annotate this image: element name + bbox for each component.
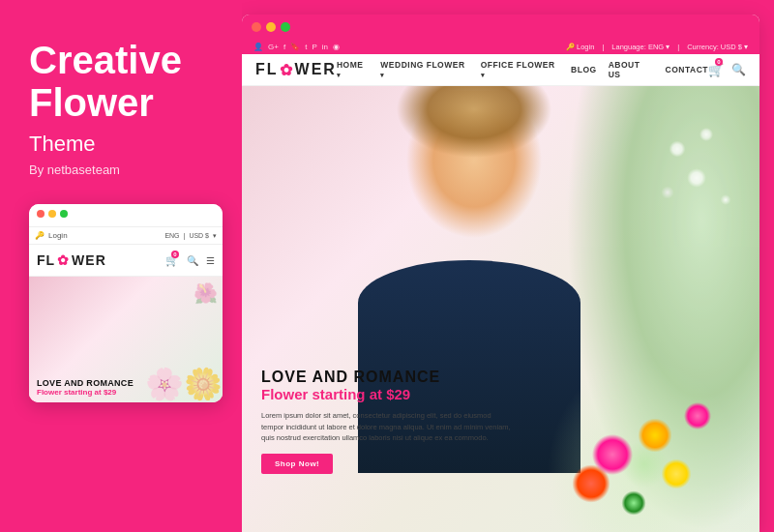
mobile-topbar — [29, 204, 223, 227]
site-logo-flower-icon: ✿ — [280, 61, 294, 79]
social-icon-twitter: t — [305, 43, 307, 51]
site-toolbar: 👤 G+ f 🔖 t P in ◉ 🔑 Login | Language: EN… — [242, 40, 759, 54]
mobile-icons-row: 🛒0 🔍 ☰ — [165, 254, 215, 267]
mobile-menu-icon: ☰ — [206, 255, 215, 266]
hero-description: Lorem ipsum dolor sit amet, consectetur … — [261, 410, 513, 443]
theme-subtitle: Theme — [29, 132, 213, 157]
hero-hair — [392, 86, 556, 163]
left-panel: Creative Flower Theme By netbaseteam 🔑 L… — [0, 0, 242, 532]
browser-chrome — [242, 15, 759, 40]
hero-orchids — [648, 105, 745, 251]
mobile-dot-yellow — [48, 210, 56, 218]
hero-bouquet — [527, 339, 740, 532]
site-hero: LOVE AND ROMANCE Flower starting at $29 … — [242, 86, 759, 532]
nav-link-contact[interactable]: CONTACT — [666, 65, 708, 74]
social-icon-gplus: G+ — [268, 43, 279, 51]
site-nav: FL✿WER HOME WEDDING FLOWER OFFICE FLOWER… — [242, 54, 759, 86]
mobile-toolbar: 🔑 Login ENG | USD $ ▾ — [29, 227, 223, 245]
hero-main-title: LOVE AND ROMANCE — [261, 368, 513, 386]
mobile-separator: | — [184, 232, 186, 239]
browser-dot-3 — [281, 22, 290, 32]
social-icon-bookmark: 🔖 — [290, 43, 300, 51]
mobile-login-text: Login — [48, 231, 68, 240]
mobile-lang: ENG — [164, 232, 179, 239]
social-icon-facebook: f — [283, 43, 285, 51]
toolbar-login: 🔑 Login — [566, 43, 594, 51]
toolbar-separator-2: | — [677, 43, 679, 51]
mobile-hero-text: LOVE AND ROMANCE Flower starting at $29 — [29, 372, 223, 402]
site-nav-icons: 🛒0 🔍 — [708, 63, 746, 77]
nav-link-office[interactable]: OFFICE FLOWER — [481, 60, 559, 79]
hero-shop-button[interactable]: Shop Now! — [261, 454, 333, 474]
mobile-hero: 🌸🌼 🌺 LOVE AND ROMANCE Flower starting at… — [29, 277, 223, 402]
toolbar-currency: Currency: USD $ ▾ — [687, 43, 748, 51]
nav-link-about[interactable]: ABOUT US — [609, 60, 654, 79]
mobile-hero-flower-small: 🌺 — [194, 281, 218, 305]
theme-title: Creative Flower — [29, 39, 213, 124]
social-icon-rss: ◉ — [333, 43, 340, 51]
theme-author: By netbaseteam — [29, 163, 213, 177]
nav-link-wedding[interactable]: WEDDING FLOWER — [380, 60, 468, 79]
browser-content: 👤 G+ f 🔖 t P in ◉ 🔑 Login | Language: EN… — [242, 40, 759, 532]
mobile-dots — [37, 210, 215, 218]
mobile-dot-red — [37, 210, 45, 218]
hero-pink-title: Flower starting at $29 — [261, 386, 513, 402]
browser-dot-1 — [252, 22, 261, 32]
mobile-logo-flower: ✿ — [57, 252, 70, 268]
browser-dot-2 — [266, 22, 276, 32]
toolbar-separator-1: | — [602, 43, 604, 51]
social-icon-linkedin: in — [322, 43, 328, 51]
mobile-currency: USD $ — [189, 232, 209, 239]
nav-cart-icon[interactable]: 🛒0 — [708, 63, 724, 77]
mobile-currency-arrow: ▾ — [213, 232, 217, 240]
toolbar-language: Language: ENG ▾ — [611, 43, 670, 51]
mobile-dot-green — [60, 210, 68, 218]
nav-search-icon[interactable]: 🔍 — [731, 63, 746, 76]
browser-mockup: 👤 G+ f 🔖 t P in ◉ 🔑 Login | Language: EN… — [242, 15, 759, 532]
mobile-hero-subtitle: Flower starting at $29 — [37, 388, 215, 397]
mobile-mockup: 🔑 Login ENG | USD $ ▾ FL✿WER 🛒0 🔍 ☰ — [29, 204, 223, 402]
nav-link-blog[interactable]: BLOG — [571, 65, 597, 74]
site-logo: FL✿WER — [255, 61, 337, 79]
mobile-cart-icon: 🛒0 — [165, 254, 179, 267]
mobile-search-icon: 🔍 — [187, 255, 198, 266]
mobile-logo: FL✿WER — [37, 252, 106, 268]
hero-text-area: LOVE AND ROMANCE Flower starting at $29 … — [261, 368, 513, 474]
site-nav-links: HOME WEDDING FLOWER OFFICE FLOWER BLOG A… — [337, 60, 708, 79]
social-icon-pinterest: P — [312, 43, 316, 51]
mobile-login-icon: 🔑 — [35, 231, 45, 240]
social-icon-person: 👤 — [253, 43, 263, 51]
site-toolbar-left: 👤 G+ f 🔖 t P in ◉ — [253, 43, 340, 51]
nav-link-home[interactable]: HOME — [337, 60, 369, 79]
mobile-hero-title: LOVE AND ROMANCE — [37, 378, 215, 388]
site-toolbar-right: 🔑 Login | Language: ENG ▾ | Currency: US… — [566, 43, 748, 51]
mobile-logo-area: FL✿WER 🛒0 🔍 ☰ — [29, 245, 223, 277]
